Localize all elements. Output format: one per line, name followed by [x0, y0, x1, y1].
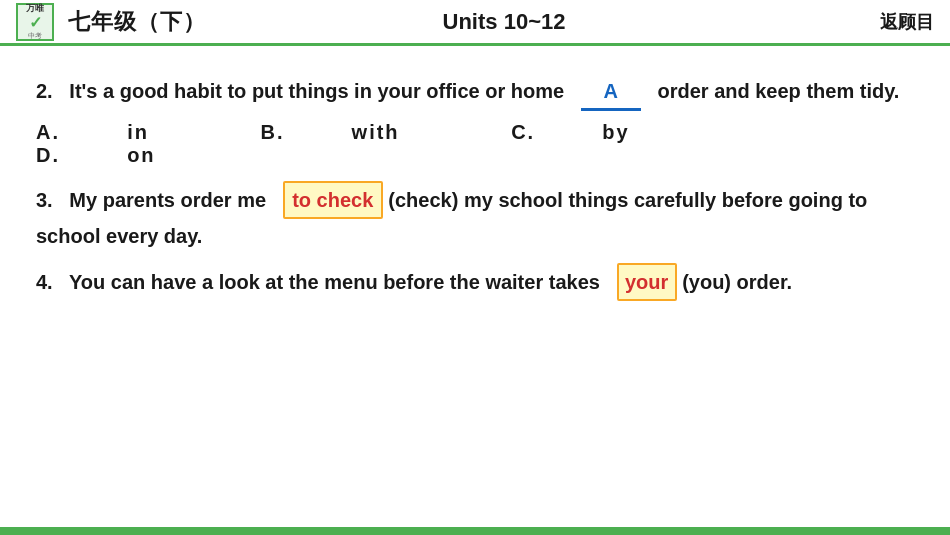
question-2: 2. It's a good habit to put things in yo…: [36, 74, 914, 111]
q3-text-before: My parents order me: [69, 189, 266, 211]
grade-label: 七年级（下）: [68, 7, 383, 37]
back-button[interactable]: 返顾目: [880, 10, 934, 34]
q3-number: 3.: [36, 189, 53, 211]
q4-text-before: You can have a look at the menu before t…: [69, 271, 600, 293]
q4-number: 4.: [36, 271, 53, 293]
q2-options: A. in B. with C. by D. on: [36, 121, 914, 167]
q2-text-after: order and keep them tidy.: [657, 80, 899, 102]
logo-check-icon: ✓: [29, 13, 42, 32]
question-3: 3. My parents order me to check (check) …: [36, 181, 914, 253]
bottom-bar: [0, 527, 950, 535]
q4-fill: your: [617, 263, 677, 301]
question-4: 4. You can have a look at the menu befor…: [36, 263, 914, 301]
option-c: C. by: [511, 121, 681, 143]
q2-answer: A: [581, 74, 641, 111]
q2-number: 2.: [36, 80, 53, 102]
q4-text-after: (you) order.: [682, 271, 792, 293]
option-d: D. on: [36, 144, 208, 166]
logo: 万唯 ✓ 中考: [16, 3, 54, 41]
option-a: A. in: [36, 121, 201, 143]
q2-text-before: It's a good habit to put things in your …: [69, 80, 564, 102]
header: 万唯 ✓ 中考 七年级（下） Units 10~12 返顾目: [0, 0, 950, 46]
main-content: 2. It's a good habit to put things in yo…: [0, 46, 950, 301]
logo-text-bottom: 中考: [28, 32, 42, 39]
q3-fill: to check: [283, 181, 383, 219]
units-label: Units 10~12: [443, 9, 566, 35]
option-b: B. with: [260, 121, 451, 143]
logo-text-top: 万唯: [26, 4, 44, 13]
